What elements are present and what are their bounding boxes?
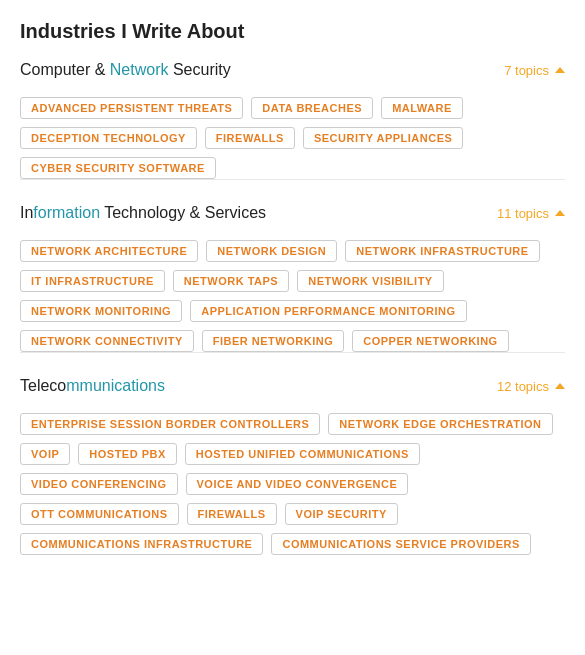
section-header-telecommunications: Telecommunications12 topics: [20, 377, 565, 401]
tag[interactable]: VOIP: [20, 443, 70, 465]
tags-container-computer-network-security: ADVANCED PERSISTENT THREATSDATA BREACHES…: [20, 97, 565, 179]
tag[interactable]: SECURITY APPLIANCES: [303, 127, 463, 149]
section-title-telecommunications: Telecommunications: [20, 377, 165, 395]
tag[interactable]: NETWORK ARCHITECTURE: [20, 240, 198, 262]
section-header-computer-network-security: Computer & Network Security7 topics: [20, 61, 565, 85]
tag[interactable]: NETWORK MONITORING: [20, 300, 182, 322]
tag[interactable]: NETWORK EDGE ORCHESTRATION: [328, 413, 552, 435]
section-information-technology: Information Technology & Services11 topi…: [20, 204, 565, 353]
tag[interactable]: FIREWALLS: [187, 503, 277, 525]
tag[interactable]: CYBER SECURITY SOFTWARE: [20, 157, 216, 179]
tag[interactable]: VOICE AND VIDEO CONVERGENCE: [186, 473, 409, 495]
tag[interactable]: DECEPTION TECHNOLOGY: [20, 127, 197, 149]
tag[interactable]: COPPER NETWORKING: [352, 330, 508, 352]
tag[interactable]: HOSTED PBX: [78, 443, 177, 465]
tag[interactable]: HOSTED UNIFIED COMMUNICATIONS: [185, 443, 420, 465]
section-divider: [20, 352, 565, 353]
tag[interactable]: NETWORK VISIBILITY: [297, 270, 444, 292]
tag[interactable]: FIREWALLS: [205, 127, 295, 149]
topics-count-telecommunications[interactable]: 12 topics: [497, 379, 565, 394]
section-header-information-technology: Information Technology & Services11 topi…: [20, 204, 565, 228]
tag[interactable]: NETWORK DESIGN: [206, 240, 337, 262]
tags-container-information-technology: NETWORK ARCHITECTURENETWORK DESIGNNETWOR…: [20, 240, 565, 352]
section-title-information-technology: Information Technology & Services: [20, 204, 266, 222]
tag[interactable]: IT INFRASTRUCTURE: [20, 270, 165, 292]
tag[interactable]: FIBER NETWORKING: [202, 330, 344, 352]
tag[interactable]: APPLICATION PERFORMANCE MONITORING: [190, 300, 466, 322]
tag[interactable]: DATA BREACHES: [251, 97, 373, 119]
page-title: Industries I Write About: [20, 20, 565, 43]
tag[interactable]: COMMUNICATIONS INFRASTRUCTURE: [20, 533, 263, 555]
tags-container-telecommunications: ENTERPRISE SESSION BORDER CONTROLLERSNET…: [20, 413, 565, 555]
section-telecommunications: Telecommunications12 topics ENTERPRISE S…: [20, 377, 565, 555]
tag[interactable]: VIDEO CONFERENCING: [20, 473, 178, 495]
section-title-computer-network-security: Computer & Network Security: [20, 61, 231, 79]
tag[interactable]: MALWARE: [381, 97, 463, 119]
tag[interactable]: NETWORK TAPS: [173, 270, 289, 292]
section-divider: [20, 179, 565, 180]
chevron-up-icon: [555, 383, 565, 389]
tag[interactable]: COMMUNICATIONS SERVICE PROVIDERS: [271, 533, 530, 555]
topics-count-information-technology[interactable]: 11 topics: [497, 206, 565, 221]
tag[interactable]: ENTERPRISE SESSION BORDER CONTROLLERS: [20, 413, 320, 435]
tag[interactable]: NETWORK CONNECTIVITY: [20, 330, 194, 352]
tag[interactable]: OTT COMMUNICATIONS: [20, 503, 179, 525]
topics-count-computer-network-security[interactable]: 7 topics: [504, 63, 565, 78]
tag[interactable]: VOIP SECURITY: [285, 503, 398, 525]
tag[interactable]: ADVANCED PERSISTENT THREATS: [20, 97, 243, 119]
section-computer-network-security: Computer & Network Security7 topics ADVA…: [20, 61, 565, 180]
tag[interactable]: NETWORK INFRASTRUCTURE: [345, 240, 539, 262]
chevron-up-icon: [555, 67, 565, 73]
chevron-up-icon: [555, 210, 565, 216]
